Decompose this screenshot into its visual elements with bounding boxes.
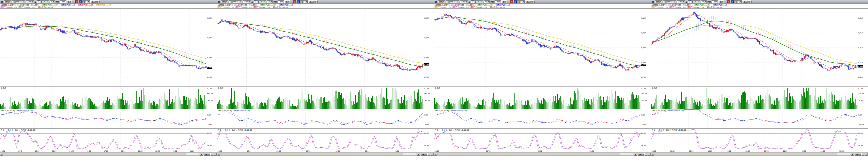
timeframe-select[interactable]: 60 ▼ xyxy=(701,0,707,3)
scroll-left-button[interactable]: ◀ xyxy=(217,153,220,156)
chart-tool-button[interactable]: ▶▶ xyxy=(641,153,644,156)
period-button[interactable]: 週 xyxy=(257,0,260,3)
apply-button[interactable]: 適用 xyxy=(501,0,507,3)
chart-tool-button[interactable]: ◀◀ xyxy=(421,153,424,156)
scroll-right-button[interactable]: ▶ xyxy=(200,153,203,156)
period-button[interactable]: 月 xyxy=(694,0,697,3)
symbol-select[interactable]: 日経225mini ▼ xyxy=(446,0,459,3)
contract-month-select[interactable]: 11/09 ▼ xyxy=(677,0,685,3)
symbol-select[interactable]: 日経225mini ▼ xyxy=(12,0,25,3)
order-type-select[interactable]: 通常 ▼ xyxy=(517,0,525,3)
stochastics-plot[interactable] xyxy=(651,129,858,150)
stochastics-plot[interactable] xyxy=(217,129,424,150)
scrollbar-thumb[interactable] xyxy=(221,153,403,155)
new-sell-button[interactable]: 売 xyxy=(514,0,517,3)
bar-count-input[interactable]: 600 xyxy=(495,0,501,3)
volume-plot[interactable] xyxy=(651,86,858,109)
scrollbar-track[interactable] xyxy=(220,153,417,156)
new-buy-button[interactable]: 買 xyxy=(75,0,78,3)
chart-tool-button[interactable]: - xyxy=(648,153,651,156)
period-button[interactable]: 週 xyxy=(691,0,694,3)
chart-tool-button[interactable]: ▶▶ xyxy=(424,153,427,156)
chart-tool-button[interactable]: + xyxy=(644,153,648,156)
period-button[interactable]: 月 xyxy=(43,0,46,3)
apply-button[interactable]: 適用 xyxy=(284,0,290,3)
positions-inquiry-button[interactable]: 建玉照会 xyxy=(90,0,100,3)
stochastics-plot[interactable] xyxy=(0,129,207,150)
chart-tool-button[interactable]: + xyxy=(210,153,214,156)
chart-tool-button[interactable]: ▶▶ xyxy=(207,153,210,156)
bar-count-input[interactable]: 600 xyxy=(278,0,284,3)
chart-tool-button[interactable]: ◀◀ xyxy=(638,153,641,156)
scroll-right-button[interactable]: ▶ xyxy=(634,153,637,156)
stochastics-plot[interactable] xyxy=(434,129,641,150)
symbol-select[interactable]: 日経225mini ▼ xyxy=(663,0,676,3)
positions-inquiry-button[interactable]: 建玉照会 xyxy=(525,0,534,3)
order-type-select[interactable]: 通常 ▼ xyxy=(83,0,90,3)
instrument-type-select[interactable]: 先物 ▼ xyxy=(4,0,11,3)
macd-plot[interactable] xyxy=(217,109,424,128)
new-buy-button[interactable]: 買 xyxy=(727,0,730,3)
new-sell-button[interactable]: 売 xyxy=(79,0,82,3)
scrollbar-thumb[interactable] xyxy=(4,153,186,155)
order-type-select[interactable]: 通常 ▼ xyxy=(734,0,742,3)
period-button[interactable]: 日 xyxy=(471,0,474,3)
instrument-type-select[interactable]: 先物 ▼ xyxy=(438,0,445,3)
symbol-select[interactable]: 日経225mini ▼ xyxy=(229,0,242,3)
period-button[interactable]: 年 xyxy=(263,0,266,3)
scroll-left-button[interactable]: ◀ xyxy=(434,153,437,156)
contract-month-select[interactable]: 11/09 ▼ xyxy=(460,0,468,3)
scrollbar-track[interactable] xyxy=(437,153,634,156)
price-plot[interactable] xyxy=(0,9,207,86)
chart-tool-button[interactable]: ◀◀ xyxy=(855,153,858,156)
scroll-right-button[interactable]: ▶ xyxy=(851,153,854,156)
chart-tool-button[interactable]: - xyxy=(865,153,868,156)
volume-plot[interactable] xyxy=(0,86,207,109)
new-buy-button[interactable]: 買 xyxy=(293,0,296,3)
timeframe-select[interactable]: 15 ▼ xyxy=(267,0,273,3)
volume-plot[interactable] xyxy=(434,86,641,109)
macd-plot[interactable] xyxy=(651,109,858,128)
order-type-select[interactable]: 通常 ▼ xyxy=(300,0,308,3)
period-button[interactable]: 日 xyxy=(688,0,691,3)
scrollbar-track[interactable] xyxy=(3,153,200,156)
price-plot[interactable] xyxy=(217,9,424,86)
contract-month-select[interactable]: 11/09 ▼ xyxy=(26,0,34,3)
scroll-right-button[interactable]: ▶ xyxy=(417,153,420,156)
positions-inquiry-button[interactable]: 建玉照会 xyxy=(742,0,751,3)
scroll-left-button[interactable]: ◀ xyxy=(651,153,654,156)
chart-tool-button[interactable]: ▶▶ xyxy=(858,153,861,156)
macd-plot[interactable] xyxy=(0,109,207,128)
period-button[interactable]: 日 xyxy=(254,0,257,3)
price-plot[interactable] xyxy=(651,9,858,86)
instrument-type-select[interactable]: 先物 ▼ xyxy=(221,0,228,3)
instrument-type-select[interactable]: 先物 ▼ xyxy=(655,0,662,3)
period-button[interactable]: 週 xyxy=(40,0,43,3)
scrollbar-track[interactable] xyxy=(654,153,851,156)
period-button[interactable]: 月 xyxy=(477,0,480,3)
new-buy-button[interactable]: 買 xyxy=(510,0,513,3)
apply-button[interactable]: 適用 xyxy=(66,0,72,3)
chart-tool-button[interactable]: - xyxy=(431,153,434,156)
period-button[interactable]: 週 xyxy=(474,0,477,3)
apply-button[interactable]: 適用 xyxy=(718,0,724,3)
bar-count-input[interactable]: 600 xyxy=(60,0,66,3)
scrollbar-thumb[interactable] xyxy=(438,153,620,155)
period-button[interactable]: 月 xyxy=(260,0,263,3)
scrollbar-thumb[interactable] xyxy=(655,153,837,155)
chart-tool-button[interactable]: - xyxy=(214,153,217,156)
macd-plot[interactable] xyxy=(434,109,641,128)
positions-inquiry-button[interactable]: 建玉照会 xyxy=(308,0,317,3)
period-button[interactable]: 年 xyxy=(697,0,700,3)
chart-tool-button[interactable]: ◀◀ xyxy=(204,153,207,156)
timeframe-select[interactable]: 5 ▼ xyxy=(50,0,55,3)
contract-month-select[interactable]: 11/09 ▼ xyxy=(243,0,251,3)
chart-tool-button[interactable]: + xyxy=(427,153,431,156)
period-button[interactable]: 年 xyxy=(46,0,49,3)
scroll-left-button[interactable]: ◀ xyxy=(0,153,3,156)
volume-plot[interactable] xyxy=(217,86,424,109)
period-button[interactable]: 日 xyxy=(37,0,40,3)
new-sell-button[interactable]: 売 xyxy=(731,0,734,3)
chart-tool-button[interactable]: + xyxy=(861,153,865,156)
price-plot[interactable] xyxy=(434,9,641,86)
